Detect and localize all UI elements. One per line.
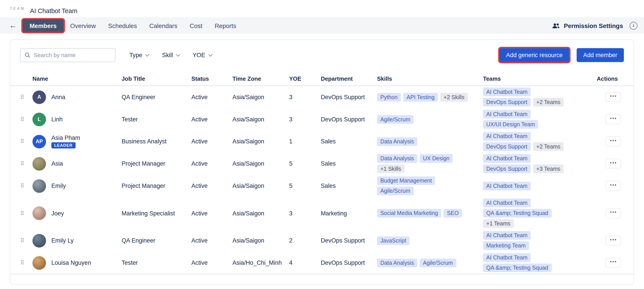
- more-skills-chip[interactable]: +1 Skills: [377, 164, 404, 173]
- tab-schedules[interactable]: Schedules: [102, 19, 142, 32]
- page-title: AI Chatbot Team: [30, 7, 77, 15]
- tab-members[interactable]: Members: [23, 19, 64, 32]
- search-icon: [25, 52, 30, 58]
- cell-status: Active: [192, 94, 232, 101]
- cell-job-title: Project Manager: [122, 160, 191, 167]
- back-arrow-icon[interactable]: ←: [9, 21, 20, 30]
- drag-handle-icon[interactable]: ⠿: [20, 116, 32, 123]
- search-input[interactable]: [34, 52, 111, 59]
- cell-status: Active: [192, 160, 232, 167]
- tab-bar: ← MembersOverviewSchedulesCalendarsCostR…: [0, 17, 644, 34]
- cell-job-title: Tester: [122, 116, 191, 123]
- table-row: ⠿AAnnaQA EngineerActiveAsia/Saigon3DevOp…: [10, 86, 634, 108]
- chevron-down-icon: [208, 52, 212, 56]
- drag-handle-icon[interactable]: ⠿: [20, 259, 32, 266]
- cell-job-title: Tester: [122, 259, 191, 266]
- cell-name: Emily Ly: [32, 234, 122, 247]
- cell-teams: AI Chatbot TeamQA &amp; Testing Squad: [483, 253, 597, 272]
- members-panel: TypeSkillYOE Add generic resource Add me…: [10, 40, 634, 284]
- cell-department: Sales: [321, 138, 377, 145]
- cell-name: Emily: [32, 179, 122, 192]
- column-header-teams: Teams: [483, 75, 597, 82]
- cell-time-zone: Asia/Saigon: [232, 237, 289, 244]
- avatar: [32, 157, 46, 170]
- toolbar: TypeSkillYOE Add generic resource Add me…: [10, 48, 634, 62]
- avatar: [32, 234, 46, 247]
- table-row: ⠿EmilyProject ManagerActiveAsia/Saigon5S…: [10, 175, 634, 197]
- drag-handle-icon[interactable]: ⠿: [20, 210, 32, 216]
- cell-skills: Data AnalysisUX Design+1 Skills: [377, 154, 483, 173]
- skill-chip: API Testing: [403, 93, 438, 101]
- team-chip: AI Chatbot Team: [483, 88, 531, 96]
- add-member-button[interactable]: Add member: [577, 48, 624, 62]
- tab-reports[interactable]: Reports: [209, 19, 242, 32]
- drag-handle-icon[interactable]: ⠿: [20, 160, 32, 167]
- skill-chip: Budget Management: [377, 176, 435, 185]
- cell-name: LLinh: [32, 113, 122, 126]
- more-teams-chip[interactable]: +1 Teams: [483, 219, 514, 228]
- row-actions-button[interactable]: ⋯: [605, 181, 621, 191]
- drag-handle-icon[interactable]: ⠿: [20, 237, 32, 244]
- cell-name: APAsia PhamLEADER: [32, 135, 122, 148]
- add-generic-resource-button[interactable]: Add generic resource: [500, 48, 569, 62]
- cell-skills: Social Media MarketingSEO: [377, 209, 483, 218]
- cell-department: Sales: [321, 182, 377, 189]
- cell-status: Active: [192, 210, 232, 216]
- skill-chip: Data Analysis: [377, 258, 417, 267]
- cell-teams: AI Chatbot TeamQA &amp; Testing Squad+1 …: [483, 198, 597, 228]
- filter-skill[interactable]: Skill: [157, 49, 184, 61]
- member-name: Asia Pham: [51, 135, 80, 141]
- row-actions-button[interactable]: ⋯: [605, 159, 621, 168]
- row-actions-button[interactable]: ⋯: [605, 114, 621, 124]
- row-actions-button[interactable]: ⋯: [605, 208, 621, 218]
- permission-settings-button[interactable]: Permission Settings: [552, 22, 623, 29]
- row-actions-button[interactable]: ⋯: [605, 92, 621, 102]
- more-teams-chip[interactable]: +3 Teams: [533, 164, 564, 173]
- row-actions-button[interactable]: ⋯: [605, 258, 621, 268]
- cell-teams: AI Chatbot TeamDevOps Support+3 Teams: [483, 154, 597, 173]
- tab-overview[interactable]: Overview: [64, 19, 102, 32]
- skill-chip: Agile/Scrum: [377, 187, 414, 195]
- drag-handle-icon[interactable]: ⠿: [20, 138, 32, 145]
- column-header-status: Status: [192, 75, 232, 82]
- column-header-department: Department: [321, 75, 377, 82]
- cell-yoe: 3: [289, 210, 321, 216]
- team-eyebrow-label: TEAM: [10, 7, 25, 11]
- cell-skills: JavaScript: [377, 236, 483, 245]
- cell-teams: AI Chatbot TeamUX/UI Design Team: [483, 110, 597, 129]
- cell-yoe: 5: [289, 182, 321, 189]
- cell-time-zone: Asia/Saigon: [232, 116, 289, 123]
- tabs-nav: MembersOverviewSchedulesCalendarsCostRep…: [23, 19, 242, 32]
- cell-teams: AI Chatbot Team: [483, 182, 597, 190]
- skill-chip: JavaScript: [377, 236, 410, 245]
- more-teams-chip[interactable]: +2 Teams: [533, 142, 564, 151]
- more-skills-chip[interactable]: +2 Skills: [440, 93, 468, 101]
- tab-calendars[interactable]: Calendars: [144, 19, 183, 32]
- drag-handle-icon[interactable]: ⠿: [20, 182, 32, 189]
- table-header: NameJob TitleStatusTime ZoneYOEDepartmen…: [10, 71, 634, 86]
- cell-department: Marketing: [321, 210, 377, 216]
- cell-status: Active: [192, 237, 232, 244]
- cell-time-zone: Asia/Saigon: [232, 94, 289, 101]
- page: TEAM AI Chatbot Team ← MembersOverviewSc…: [0, 0, 644, 289]
- skill-chip: SEO: [444, 209, 462, 218]
- column-header-skills: Skills: [377, 75, 483, 82]
- more-teams-chip[interactable]: +2 Teams: [533, 98, 564, 107]
- people-icon: [552, 22, 560, 29]
- cell-time-zone: Asia/Saigon: [232, 210, 289, 216]
- row-actions-button[interactable]: ⋯: [605, 137, 621, 146]
- filter-type[interactable]: Type: [124, 49, 154, 61]
- team-chip: AI Chatbot Team: [483, 253, 531, 262]
- permission-settings-label: Permission Settings: [564, 22, 623, 29]
- team-chip: AI Chatbot Team: [483, 231, 531, 240]
- team-chip: QA &amp; Testing Squad: [483, 264, 552, 272]
- column-header-job-title: Job Title: [122, 75, 191, 82]
- drag-handle-icon[interactable]: ⠿: [20, 94, 32, 101]
- row-actions-button[interactable]: ⋯: [605, 236, 621, 245]
- cell-skills: Agile/Scrum: [377, 115, 483, 124]
- cell-time-zone: Asia/Saigon: [232, 138, 289, 145]
- filter-yoe[interactable]: YOE: [188, 49, 217, 61]
- tab-cost[interactable]: Cost: [184, 19, 208, 32]
- info-icon[interactable]: i: [630, 22, 637, 29]
- team-chip: AI Chatbot Team: [483, 110, 531, 119]
